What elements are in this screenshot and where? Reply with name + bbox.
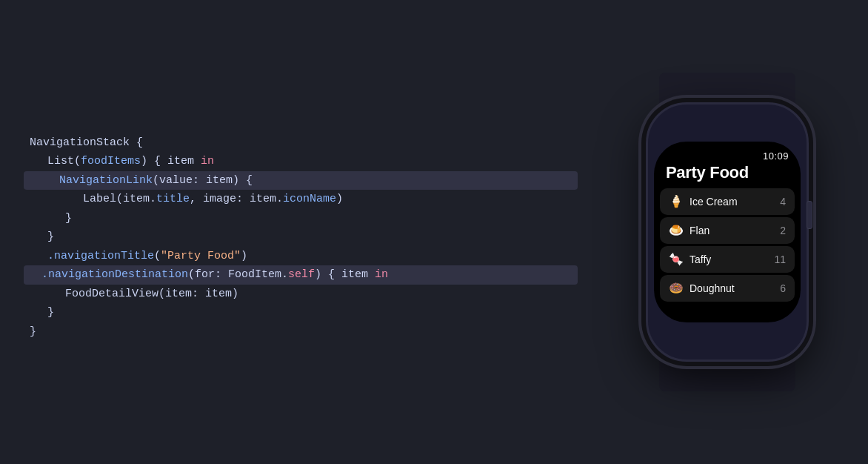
code-line-l7: .navigationTitle("Party Food") <box>30 247 572 266</box>
watch-body: 10:09 Party Food 🍦 Ice Cream 4 🍮 Flan 2 … <box>646 102 809 362</box>
watch-item-icon: 🍮 <box>669 223 684 238</box>
watch-item-name: Taffy <box>690 253 711 265</box>
watch-list-title: Party Food <box>666 163 789 182</box>
watch-item-count: 2 <box>780 225 786 236</box>
watch-item-name: Doughnut <box>690 282 735 294</box>
watch-item-count: 6 <box>780 282 786 294</box>
watch-item-count: 11 <box>774 253 786 265</box>
watch-item-left: 🍩 Doughnut <box>669 281 735 296</box>
code-line-l10: } <box>30 303 572 322</box>
watch-screen: 10:09 Party Food 🍦 Ice Cream 4 🍮 Flan 2 … <box>654 142 801 322</box>
code-line-l4: Label(item.title, image: item.iconName) <box>30 190 572 209</box>
watch-list-item: 🍮 Flan 2 <box>660 217 795 244</box>
code-line-l6: } <box>30 228 572 247</box>
watch-header: 10:09 Party Food <box>654 142 801 185</box>
code-line-l3: NavigationLink(value: item) { <box>24 171 578 190</box>
code-line-l9: FoodDetailView(item: item) <box>30 285 572 304</box>
watch-crown <box>807 201 812 229</box>
watch-time: 10:09 <box>666 150 789 162</box>
code-line-l5: } <box>30 209 572 228</box>
watch-item-left: 🍦 Ice Cream <box>669 194 738 209</box>
code-block: NavigationStack {List(foodItems) { item … <box>30 133 572 342</box>
watch-item-icon: 🍩 <box>669 281 684 296</box>
watch-item-icon: 🍬 <box>669 252 684 267</box>
watch-item-name: Flan <box>690 225 710 236</box>
code-line-l1: NavigationStack { <box>30 133 572 153</box>
code-line-l8: .navigationDestination(for: FoodItem.sel… <box>24 265 578 285</box>
watch-list-item: 🍦 Ice Cream 4 <box>660 188 795 215</box>
watch-device: 10:09 Party Food 🍦 Ice Cream 4 🍮 Flan 2 … <box>646 73 809 391</box>
watch-list-item: 🍬 Taffy 11 <box>660 246 795 273</box>
watch-panel: 10:09 Party Food 🍦 Ice Cream 4 🍮 Flan 2 … <box>601 73 868 391</box>
watch-item-icon: 🍦 <box>669 194 684 209</box>
code-line-l11: } <box>30 322 572 342</box>
watch-item-left: 🍬 Taffy <box>669 252 711 267</box>
watch-item-name: Ice Cream <box>690 196 738 208</box>
watch-list-item: 🍩 Doughnut 6 <box>660 275 795 302</box>
watch-item-left: 🍮 Flan <box>669 223 710 238</box>
code-line-l2: List(foodItems) { item in <box>30 152 572 171</box>
code-panel: NavigationStack {List(foodItems) { item … <box>0 101 601 364</box>
watch-item-count: 4 <box>780 196 786 208</box>
watch-food-list: 🍦 Ice Cream 4 🍮 Flan 2 🍬 Taffy 11 🍩 Doug… <box>654 185 801 322</box>
